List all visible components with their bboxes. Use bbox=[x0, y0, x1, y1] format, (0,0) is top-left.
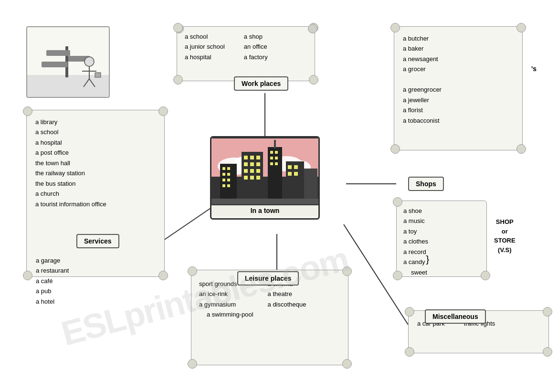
svg-line-1 bbox=[162, 205, 215, 241]
svg-rect-37 bbox=[250, 162, 254, 166]
svg-rect-10 bbox=[42, 62, 68, 67]
services-bottom-items: a garage a restaurant a café a pub a hot… bbox=[36, 255, 69, 307]
svg-rect-50 bbox=[275, 157, 278, 159]
leisure-label: Leisure places bbox=[237, 271, 299, 286]
svg-rect-55 bbox=[294, 165, 298, 169]
services-node: a library a school a hospital a post off… bbox=[26, 110, 165, 277]
svg-rect-28 bbox=[222, 179, 225, 181]
shops-top-node: a butcher a baker a newsagent a grocer a… bbox=[394, 26, 523, 150]
workplaces-left: a school a junior school a hospital bbox=[185, 32, 225, 62]
town-illustration bbox=[211, 138, 319, 204]
svg-rect-57 bbox=[294, 172, 298, 176]
svg-rect-16 bbox=[95, 73, 101, 77]
svg-point-11 bbox=[84, 57, 94, 66]
svg-rect-45 bbox=[268, 147, 282, 204]
apostrophe-s: 's bbox=[531, 65, 537, 73]
misc-label: Miscellaneous bbox=[425, 309, 486, 324]
services-top-items: a library a school a hospital a post off… bbox=[35, 117, 156, 209]
illustration-box bbox=[26, 26, 110, 98]
svg-rect-54 bbox=[288, 165, 292, 169]
svg-rect-25 bbox=[227, 167, 230, 170]
svg-rect-34 bbox=[250, 156, 254, 159]
shops-types: a shoe a music a toy a clothes a record … bbox=[403, 206, 480, 277]
center-image-box: In a town bbox=[210, 136, 320, 220]
svg-rect-49 bbox=[270, 157, 273, 159]
svg-rect-8 bbox=[46, 50, 70, 56]
svg-rect-6 bbox=[27, 75, 110, 98]
city-illustration bbox=[27, 27, 110, 98]
svg-rect-40 bbox=[250, 169, 254, 173]
svg-rect-48 bbox=[275, 151, 278, 154]
svg-rect-42 bbox=[244, 176, 248, 180]
svg-rect-47 bbox=[270, 151, 273, 154]
svg-rect-36 bbox=[244, 162, 248, 166]
svg-rect-56 bbox=[288, 172, 292, 176]
workplaces-content: a school a junior school a hospital a sh… bbox=[185, 32, 307, 62]
svg-rect-43 bbox=[250, 176, 254, 180]
svg-rect-33 bbox=[244, 156, 248, 159]
shops-top-items: a butcher a baker a newsagent a grocer a… bbox=[403, 33, 514, 126]
svg-rect-46 bbox=[274, 140, 276, 148]
svg-rect-39 bbox=[244, 169, 248, 173]
svg-rect-59 bbox=[211, 199, 319, 204]
svg-rect-52 bbox=[275, 162, 278, 165]
svg-rect-51 bbox=[270, 162, 273, 165]
svg-rect-38 bbox=[256, 162, 260, 166]
workplaces-node: a school a junior school a hospital a sh… bbox=[177, 26, 315, 81]
shops-label: Shops bbox=[408, 177, 444, 191]
workplaces-right: a shop an office a factory bbox=[244, 32, 268, 62]
svg-rect-26 bbox=[222, 173, 225, 176]
services-label: Services bbox=[76, 234, 119, 248]
shops-bottom-node: a shoe a music a toy a clothes a record … bbox=[396, 201, 487, 277]
svg-rect-31 bbox=[227, 184, 230, 187]
svg-rect-29 bbox=[227, 179, 230, 181]
svg-rect-27 bbox=[227, 173, 230, 176]
svg-rect-35 bbox=[256, 156, 260, 159]
svg-rect-41 bbox=[256, 169, 260, 173]
shop-store-note: SHOP or STORE (V.S) bbox=[494, 217, 516, 254]
svg-rect-44 bbox=[256, 176, 260, 180]
center-label: In a town bbox=[211, 204, 318, 216]
svg-rect-24 bbox=[222, 167, 225, 170]
svg-rect-30 bbox=[222, 184, 225, 187]
workplaces-label: Work places bbox=[234, 76, 288, 91]
